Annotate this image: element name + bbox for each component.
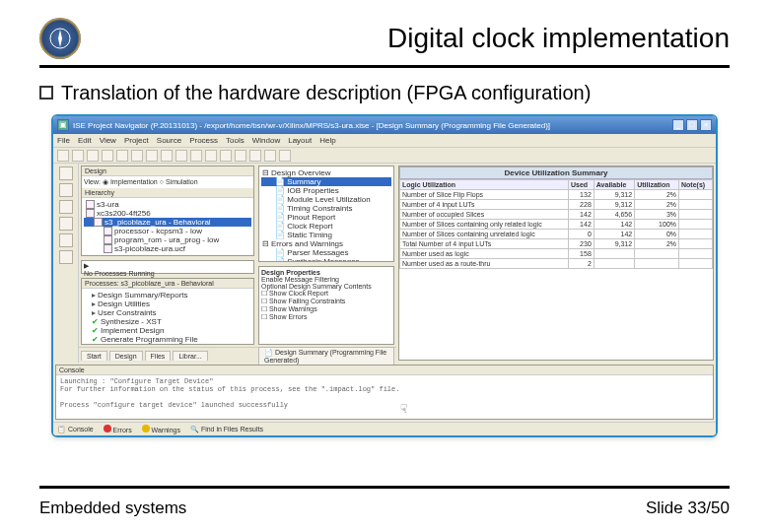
close-button[interactable]: ×	[700, 119, 712, 131]
util-row: Total Number of 4 input LUTs2309,3122%	[400, 239, 713, 249]
prop-item[interactable]: Enable Message Filtering	[261, 276, 391, 283]
slide: Digital clock implementation Translation…	[0, 0, 769, 532]
left-tab[interactable]: Librar...	[173, 351, 207, 361]
slide-footer: Embedded systems Slide 33/50	[39, 499, 730, 518]
prop-item[interactable]: ☐ Show Clock Report	[261, 290, 391, 298]
menu-edit[interactable]: Edit	[78, 136, 92, 145]
left-tab[interactable]: Files	[145, 351, 172, 361]
console-output[interactable]: Launching : "Configure Target Device" Fo…	[56, 375, 713, 419]
tool-icon[interactable]	[175, 150, 187, 162]
menu-source[interactable]: Source	[157, 136, 181, 145]
util-header: Used	[569, 180, 594, 190]
view-label: View:	[84, 178, 101, 185]
errwarn-root[interactable]: ⊟ Errors and Warnings	[261, 239, 391, 248]
hierarchy-item[interactable]: s3_picoblaze_ura - Behavioral	[84, 218, 251, 227]
no-processes-label: ▶ No Processes Running	[81, 260, 254, 274]
overview-item[interactable]: 📄 Timing Constraints	[261, 204, 391, 213]
prop-item[interactable]: ☐ Show Failing Constraints	[261, 298, 391, 305]
overview-item[interactable]: 📄 Summary	[261, 177, 391, 186]
status-errors[interactable]: Errors	[104, 425, 132, 433]
radio-impl[interactable]: ◉ Implementation	[103, 178, 158, 185]
menu-tools[interactable]: Tools	[226, 136, 245, 145]
gutter-icon[interactable]	[59, 200, 73, 214]
radio-sim[interactable]: ○ Simulation	[160, 178, 198, 185]
prop-item[interactable]: ☐ Show Warnings	[261, 305, 391, 313]
ide-window: ▣ ISE Project Navigator (P.20131013) - /…	[53, 116, 716, 435]
hierarchy-item[interactable]: processor - kcpsm3 - low	[84, 227, 251, 235]
process-item[interactable]: ▸ Design Summary/Reports	[84, 291, 251, 299]
maximize-button[interactable]: □	[686, 119, 698, 131]
menu-project[interactable]: Project	[124, 136, 149, 145]
tool-icon[interactable]	[279, 150, 291, 162]
menu-view[interactable]: View	[100, 136, 116, 145]
overview-tree[interactable]: ⊟ Design Overview 📄 Summary📄 IOB Propert…	[258, 166, 394, 262]
errwarn-item[interactable]: 📄 Parser Messages	[261, 248, 391, 257]
org-logo	[39, 18, 81, 59]
tool-icon[interactable]	[116, 150, 128, 162]
util-header: Note(s)	[679, 180, 713, 190]
util-row: Number of occupied Slices1424,6563%	[400, 210, 713, 220]
tool-icon[interactable]	[102, 150, 113, 162]
overview-pane: ⊟ Design Overview 📄 Summary📄 IOB Propert…	[256, 164, 396, 363]
menu-layout[interactable]: Layout	[288, 136, 312, 145]
tool-icon[interactable]	[264, 150, 276, 162]
tool-icon[interactable]	[146, 150, 158, 162]
tab-design-summary[interactable]: 📄 Design Summary (Programming File Gener…	[258, 347, 394, 365]
gutter-icon[interactable]	[59, 183, 73, 197]
overview-root[interactable]: ⊟ Design Overview	[261, 168, 391, 177]
process-item[interactable]: ✔ Implement Design	[84, 326, 251, 335]
process-item[interactable]: ▸ User Constraints	[84, 308, 251, 317]
util-row: Number of Slices containing only related…	[400, 220, 713, 230]
left-tab[interactable]: Start	[81, 351, 107, 361]
status-console[interactable]: 📋 Console	[57, 426, 94, 433]
hierarchy-item[interactable]: s3-picoblaze-ura.ucf	[84, 244, 251, 253]
gutter-icon[interactable]	[59, 217, 73, 231]
util-header: Utilization	[635, 180, 679, 190]
tool-icon[interactable]	[220, 150, 232, 162]
minimize-button[interactable]: _	[672, 119, 684, 131]
hierarchy-item[interactable]: xc3s200-4ft256	[84, 209, 251, 218]
titlebar: ▣ ISE Project Navigator (P.20131013) - /…	[53, 116, 716, 134]
tool-icon[interactable]	[57, 150, 69, 162]
gutter-icon[interactable]	[59, 233, 73, 247]
prop-item[interactable]: ☐ Show Errors	[261, 313, 391, 321]
center-tabs: 📄 Design Summary (Programming File Gener…	[256, 347, 396, 363]
overview-item[interactable]: 📄 Pinout Report	[261, 213, 391, 222]
window-title-text: ISE Project Navigator (P.20131013) - /ex…	[73, 121, 668, 130]
gutter-icon[interactable]	[59, 166, 73, 180]
menu-help[interactable]: Help	[319, 136, 335, 145]
hierarchy-item[interactable]: program_rom - ura_prog - low	[84, 235, 251, 244]
tool-icon[interactable]	[249, 150, 261, 162]
hierarchy-item[interactable]: s3-ura	[84, 200, 251, 209]
menu-process[interactable]: Process	[189, 136, 218, 145]
overview-item[interactable]: 📄 Static Timing	[261, 231, 391, 239]
status-find[interactable]: 🔍 Find in Files Results	[190, 426, 263, 433]
tool-icon[interactable]	[190, 150, 202, 162]
tool-icon[interactable]	[161, 150, 173, 162]
menu-window[interactable]: Window	[252, 136, 280, 145]
overview-item[interactable]: 📄 IOB Properties	[261, 186, 391, 195]
process-item[interactable]: ▸ Design Utilities	[84, 299, 251, 308]
tool-icon[interactable]	[205, 150, 217, 162]
left-tab[interactable]: Design	[109, 351, 143, 361]
tool-icon[interactable]	[87, 150, 99, 162]
prop-item[interactable]: Optional Design Summary Contents	[261, 283, 391, 290]
errwarn-item[interactable]: 📄 Synthesis Messages	[261, 257, 391, 262]
summary-pane: Device Utilization Summary Logic Utiliza…	[396, 164, 716, 363]
view-radio-row: View: ◉ Implementation ○ Simulation	[82, 176, 253, 188]
bullet-item: Translation of the hardware description …	[39, 82, 730, 104]
gutter-icon[interactable]	[59, 250, 73, 264]
processes-tree[interactable]: ▸ Design Summary/Reports▸ Design Utiliti…	[82, 289, 253, 344]
status-warnings[interactable]: Warnings	[142, 425, 180, 433]
process-item[interactable]: ✔ Generate Programming File	[84, 335, 251, 344]
process-item[interactable]: ✔ Synthesize - XST	[84, 317, 251, 326]
tool-icon[interactable]	[72, 150, 84, 162]
tool-icon[interactable]	[131, 150, 143, 162]
overview-item[interactable]: 📄 Clock Report	[261, 222, 391, 231]
tool-icon[interactable]	[235, 150, 246, 162]
util-row: Number used as logic158	[400, 249, 713, 259]
overview-item[interactable]: 📄 Module Level Utilization	[261, 195, 391, 204]
hierarchy-tree[interactable]: s3-ura xc3s200-4ft256 s3_picoblaze_ura -…	[82, 198, 253, 255]
window-controls: _ □ ×	[672, 119, 712, 131]
menu-file[interactable]: File	[57, 136, 70, 145]
